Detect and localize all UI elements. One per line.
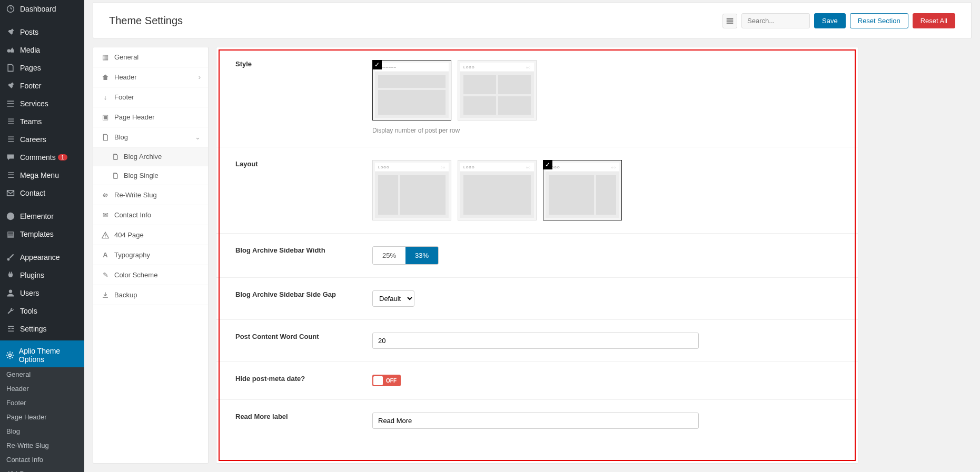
field-word-count: Post Content Word Count bbox=[216, 320, 858, 362]
style-option-1[interactable]: ✓ ━━━━━━━ bbox=[372, 60, 451, 120]
nav-blog-single[interactable]: Blog Single bbox=[93, 166, 208, 185]
style-option-2[interactable]: ✓ LOGO○○ bbox=[458, 60, 537, 120]
sidebar-item-plugins[interactable]: Plugins bbox=[0, 266, 84, 284]
submenu-blog[interactable]: Blog bbox=[0, 424, 84, 438]
file-icon bbox=[112, 173, 120, 179]
sidebar-item-aplio-theme-options[interactable]: Aplio Theme Options bbox=[0, 340, 84, 367]
home-icon bbox=[101, 74, 110, 81]
submenu-contact-info[interactable]: Contact Info bbox=[0, 453, 84, 467]
page-icon bbox=[5, 63, 16, 73]
sidebar-label: Posts bbox=[20, 28, 38, 36]
layout-option-right-sidebar[interactable]: ✓ LOGO○○ bbox=[543, 160, 622, 220]
nav-label: Backup bbox=[114, 291, 137, 299]
layout-option-full[interactable]: ✓ LOGO○○ bbox=[458, 160, 537, 220]
nav-color-scheme[interactable]: ✎Color Scheme bbox=[93, 265, 208, 285]
nav-label: Color Scheme bbox=[114, 271, 157, 279]
sidebar-label: Careers bbox=[20, 135, 46, 144]
sidebar-item-footer[interactable]: Footer bbox=[0, 77, 84, 95]
sidebar-item-megamenu[interactable]: ☰Mega Menu bbox=[0, 166, 84, 184]
field-label: Hide post-meta date? bbox=[235, 375, 372, 387]
submenu-404-page[interactable]: 404 Page bbox=[0, 467, 84, 472]
sidebar-item-settings[interactable]: ☲Settings bbox=[0, 320, 84, 338]
svg-rect-2 bbox=[7, 101, 14, 102]
sidebar-item-tools[interactable]: Tools bbox=[0, 302, 84, 320]
nav-label: Footer bbox=[114, 93, 134, 101]
sidebar-item-posts[interactable]: Posts bbox=[0, 21, 84, 41]
list-icon bbox=[5, 98, 16, 109]
submenu-header[interactable]: Header bbox=[0, 381, 84, 396]
sidebar-item-services[interactable]: Services bbox=[0, 95, 84, 113]
expand-button[interactable] bbox=[722, 14, 737, 28]
nav-label: Re-Write Slug bbox=[114, 191, 157, 199]
sidebar-item-users[interactable]: Users bbox=[0, 284, 84, 302]
sidebar-item-dashboard[interactable]: Dashboard bbox=[0, 0, 84, 18]
media-icon bbox=[5, 45, 16, 55]
hide-date-toggle[interactable]: OFF bbox=[372, 375, 401, 386]
nav-404[interactable]: 404 Page bbox=[93, 225, 208, 245]
nav-general[interactable]: ▦General bbox=[93, 47, 208, 67]
nav-label: Header bbox=[114, 73, 137, 81]
comments-badge: 1 bbox=[58, 154, 67, 160]
width-option-33[interactable]: 33% bbox=[405, 247, 438, 264]
reset-all-button[interactable]: Reset All bbox=[913, 13, 955, 28]
nav-rewrite-slug[interactable]: Re-Write Slug bbox=[93, 185, 208, 205]
comment-icon bbox=[5, 152, 16, 163]
link-icon bbox=[101, 192, 110, 199]
sidebar-label: Tools bbox=[20, 307, 37, 315]
nav-contact-info[interactable]: ✉Contact Info bbox=[93, 205, 208, 225]
word-count-input[interactable] bbox=[372, 333, 699, 349]
nav-label: 404 Page bbox=[114, 231, 144, 239]
svg-point-9 bbox=[9, 354, 12, 357]
sidebar-item-comments[interactable]: Comments1 bbox=[0, 148, 84, 166]
sidebar-item-careers[interactable]: ☰Careers bbox=[0, 130, 84, 148]
file-icon bbox=[101, 134, 110, 141]
side-gap-select[interactable]: Default bbox=[372, 290, 414, 307]
sidebar-item-media[interactable]: Media bbox=[0, 41, 84, 59]
nav-backup[interactable]: Backup bbox=[93, 285, 208, 305]
submenu-general[interactable]: General bbox=[0, 367, 84, 381]
mail-icon: ✉ bbox=[101, 211, 110, 219]
width-option-25[interactable]: 25% bbox=[373, 247, 405, 264]
sidebar-item-pages[interactable]: Pages bbox=[0, 59, 84, 77]
sidebar-item-elementor[interactable]: Elementor bbox=[0, 205, 84, 225]
paint-icon: ✎ bbox=[101, 271, 110, 279]
gear-icon bbox=[5, 350, 15, 360]
sidebar-item-appearance[interactable]: Appearance bbox=[0, 246, 84, 266]
reset-section-button[interactable]: Reset Section bbox=[850, 13, 908, 28]
sidebar-item-templates[interactable]: ▤Templates bbox=[0, 225, 84, 243]
sidebar-label: Mega Menu bbox=[20, 171, 59, 179]
grid-icon: ▦ bbox=[101, 53, 110, 61]
submenu-footer[interactable]: Footer bbox=[0, 396, 84, 410]
warning-icon bbox=[101, 232, 110, 239]
topbar: Theme Settings Save Reset Section Reset … bbox=[93, 2, 972, 38]
svg-rect-10 bbox=[727, 18, 733, 19]
submenu-rewrite-slug[interactable]: Re-Write Slug bbox=[0, 438, 84, 453]
sidebar-item-teams[interactable]: ☰Teams bbox=[0, 113, 84, 130]
arrow-down-icon: ↓ bbox=[101, 93, 110, 101]
nav-footer[interactable]: ↓Footer bbox=[93, 87, 208, 107]
layout-option-left-sidebar[interactable]: ✓ LOGO○○ bbox=[372, 160, 451, 220]
mail-icon bbox=[5, 188, 16, 198]
field-hide-date: Hide post-meta date? OFF bbox=[216, 362, 858, 400]
nav-label: Typography bbox=[114, 251, 150, 259]
list-icon: ☰ bbox=[5, 134, 16, 145]
sidebar-item-contact[interactable]: Contact bbox=[0, 184, 84, 202]
read-more-input[interactable] bbox=[372, 413, 699, 429]
field-label: Blog Archive Sidebar Width bbox=[235, 246, 372, 265]
sidebar-label: Users bbox=[20, 289, 39, 297]
submenu-page-header[interactable]: Page Header bbox=[0, 410, 84, 424]
nav-blog-archive[interactable]: Blog Archive bbox=[93, 147, 208, 166]
svg-rect-13 bbox=[105, 234, 105, 236]
save-button[interactable]: Save bbox=[814, 13, 846, 28]
wp-admin-sidebar: Dashboard Posts Media Pages Footer Servi… bbox=[0, 0, 84, 472]
search-input[interactable] bbox=[741, 13, 810, 28]
nav-label: Blog bbox=[114, 133, 128, 141]
nav-typography[interactable]: ATypography bbox=[93, 245, 208, 265]
svg-rect-4 bbox=[7, 106, 14, 107]
nav-header[interactable]: Header› bbox=[93, 67, 208, 87]
field-layout: Layout ✓ LOGO○○ ✓ LOGO○○ bbox=[216, 147, 858, 234]
nav-blog[interactable]: Blog⌄ bbox=[93, 127, 208, 147]
nav-page-header[interactable]: ▣Page Header bbox=[93, 107, 208, 127]
svg-point-6 bbox=[7, 213, 14, 220]
settings-panel: Style ✓ ━━━━━━━ ✓ LOGO○○ Di bbox=[216, 47, 858, 464]
